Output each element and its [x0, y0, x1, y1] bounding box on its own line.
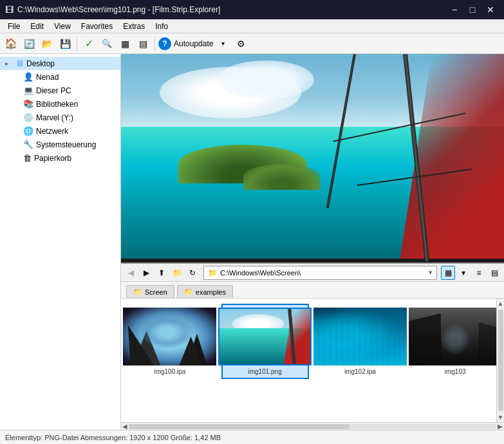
sidebar-item-netzwerk[interactable]: 🌐 Netzwerk [0, 124, 120, 138]
thumb-img100-wrapper [123, 308, 216, 365]
sidebar-item-marvel[interactable]: 💿 Marvel (Y:) [0, 111, 120, 124]
tab-examples-label: examples [196, 288, 226, 296]
thumb-img102-label: img102.ipa [344, 368, 376, 375]
sidebar-label-marvel: Marvel (Y:) [36, 113, 73, 122]
hscroll-thumb[interactable] [129, 424, 350, 429]
scroll-thumb[interactable] [498, 310, 503, 411]
toolbar-btn-3[interactable]: 📂 [39, 35, 55, 52]
browser-forward-btn[interactable]: ▶ [139, 266, 153, 280]
toolbar-btn-4[interactable]: 💾 [57, 35, 73, 52]
toolbar-settings-btn[interactable]: ⚙ [232, 35, 249, 52]
thumb-img101-wrapper [218, 308, 312, 365]
menu-view[interactable]: View [49, 19, 76, 33]
autoupdate-label: Autoupdate [174, 39, 213, 48]
content-area: ◀ ▶ ⬆ 📁 ↻ 📁 C:\Windows\Web\Screen\ ▾ ▦ ▾… [121, 54, 504, 430]
dieser-pc-icon: 💻 [23, 86, 33, 95]
water-columns [313, 308, 407, 365]
address-dropdown-btn[interactable]: ▾ [429, 268, 433, 277]
toolbar-check-btn[interactable]: ✓ [80, 35, 97, 52]
tab-examples[interactable]: 📁 examples [177, 285, 233, 298]
sidebar-item-dieser-pc[interactable]: 💻 Dieser PC [0, 84, 120, 97]
hscroll-left-arrow[interactable]: ◀ [121, 423, 129, 430]
folder-tabs: 📁 Screen 📁 examples [121, 282, 504, 299]
sidebar-item-systemsteuerung[interactable]: 🔧 Systemsteuerung [0, 138, 120, 151]
sidebar-item-desktop[interactable]: ▸ 🖥 Desktop [0, 57, 120, 70]
image-preview [121, 54, 504, 263]
vertical-scrollbar[interactable]: ▲ ▼ [496, 299, 504, 422]
minimize-button[interactable]: − [446, 3, 463, 17]
preview-container [121, 54, 504, 263]
desktop-icon: 🖥 [15, 59, 24, 68]
sidebar-label-bibliotheken: Bibliotheken [36, 100, 78, 109]
sidebar-label-dieser-pc: Dieser PC [36, 86, 71, 95]
thumb-img103-wrapper [409, 308, 502, 365]
sidebar-item-nenad[interactable]: 👤 Nenad [0, 70, 120, 84]
toolbar-dropdown-btn[interactable]: ▾ [214, 35, 231, 52]
toolbar-btn-2[interactable]: 🔄 [21, 35, 37, 52]
expand-arrow-desktop: ▸ [5, 60, 13, 67]
thumbnail-grid: img100.ipa im [121, 299, 504, 422]
menu-extras[interactable]: Extras [118, 19, 150, 33]
hscroll-right-arrow[interactable]: ▶ [496, 423, 504, 430]
sidebar-label-desktop: Desktop [26, 59, 55, 68]
browser-refresh-btn[interactable]: ↻ [185, 266, 200, 280]
thumb-img100-img [123, 308, 216, 365]
papierkorb-icon: 🗑 [23, 153, 32, 163]
app-icon: 🎞 [5, 5, 14, 15]
maximize-button[interactable]: □ [464, 3, 481, 17]
systemsteuerung-icon: 🔧 [23, 140, 33, 149]
toolbar-grid-btn[interactable]: ▦ [117, 35, 133, 52]
menubar: File Edit View Favorites Extras Info [0, 19, 504, 33]
tab-examples-icon: 📁 [184, 288, 193, 296]
toolbar-sep-1 [77, 37, 77, 50]
thumbnail-img101[interactable]: img101.png [221, 304, 309, 379]
browser-folder-btn[interactable]: 📁 [170, 266, 184, 280]
frame-bottom [121, 259, 504, 263]
toolbar-help-btn[interactable]: ? [158, 37, 171, 50]
toolbar-zoom-btn[interactable]: 🔍 [98, 35, 115, 52]
thumb-img102-img [313, 308, 407, 365]
sidebar: ▸ 🖥 Desktop 👤 Nenad 💻 Dieser PC 📚 Biblio… [0, 54, 121, 430]
browser-view-dropdown-btn[interactable]: ▾ [456, 266, 471, 280]
browser-view-details-btn[interactable]: ▤ [487, 266, 501, 280]
menu-favorites[interactable]: Favorites [76, 19, 118, 33]
thumb-img100-label: img100.ipa [154, 368, 185, 375]
hscroll-track [129, 424, 496, 429]
cliff-left [409, 313, 442, 365]
toolbar-list-btn[interactable]: ▤ [135, 35, 151, 52]
scroll-up-arrow[interactable]: ▲ [496, 299, 504, 308]
horizontal-scrollbar[interactable]: ◀ ▶ [121, 422, 504, 430]
browser-back-btn[interactable]: ◀ [124, 266, 138, 280]
toolbar-refresh-btn[interactable]: 🏠 [3, 35, 19, 52]
sidebar-label-systemsteuerung: Systemsteuerung [36, 140, 96, 149]
sidebar-item-bibliotheken[interactable]: 📚 Bibliotheken [0, 97, 120, 111]
browser-up-btn[interactable]: ⬆ [154, 266, 169, 280]
titlebar-left: 🎞 C:\Windows\Web\Screen\img101.png - [Fi… [5, 5, 220, 15]
thumbnail-img100[interactable]: img100.ipa [126, 304, 214, 379]
thumbnail-area: img100.ipa im [121, 299, 504, 422]
marvel-icon: 💿 [23, 113, 33, 122]
thumbnail-img103[interactable]: img103 [411, 304, 499, 379]
browser-view-list-btn[interactable]: ≡ [472, 266, 486, 280]
nenad-icon: 👤 [23, 72, 33, 82]
browser-toolbar: ◀ ▶ ⬆ 📁 ↻ 📁 C:\Windows\Web\Screen\ ▾ ▦ ▾… [121, 264, 504, 282]
thumb-img101-img [219, 308, 310, 365]
sidebar-item-papierkorb[interactable]: 🗑 Papierkorb [0, 151, 120, 165]
sky-hole [441, 325, 469, 354]
thumb-img101-label: img101.png [248, 368, 281, 375]
browser-view-grid-btn[interactable]: ▦ [441, 266, 455, 280]
menu-edit[interactable]: Edit [25, 19, 49, 33]
thumbnail-img102[interactable]: img102.ipa [317, 304, 404, 379]
scroll-down-arrow[interactable]: ▼ [496, 412, 504, 422]
tab-screen-label: Screen [145, 288, 167, 296]
main-toolbar: 🏠 🔄 📂 💾 ✓ 🔍 ▦ ▤ ? Autoupdate ▾ ⚙ [0, 33, 504, 54]
tab-screen[interactable]: 📁 Screen [126, 285, 174, 298]
light-opening [142, 317, 193, 349]
menu-info[interactable]: Info [150, 19, 173, 33]
menu-file[interactable]: File [3, 19, 25, 33]
window-title: C:\Windows\Web\Screen\img101.png - [Film… [17, 5, 220, 14]
close-button[interactable]: ✕ [482, 3, 499, 17]
titlebar-controls: − □ ✕ [446, 3, 499, 17]
netzwerk-icon: 🌐 [23, 126, 33, 136]
bibliotheken-icon: 📚 [23, 99, 33, 109]
